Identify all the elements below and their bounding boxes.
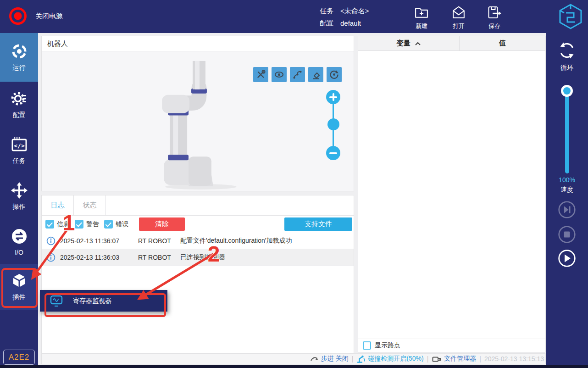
eraser-button[interactable] <box>308 67 323 82</box>
clear-button[interactable]: 清除 <box>139 217 185 231</box>
step-mode-status[interactable]: 步进 关闭 <box>310 355 349 363</box>
checkbox-info-label: 信息 <box>57 220 70 229</box>
save-icon <box>487 5 502 20</box>
tools-button[interactable] <box>253 67 268 82</box>
cube-icon <box>11 272 28 290</box>
show-waypoints-row: 显示路点 <box>358 339 545 352</box>
visibility-button[interactable] <box>272 67 287 82</box>
statusbar-separator <box>352 355 354 362</box>
zoom-slider-knob[interactable] <box>327 118 339 130</box>
save-task-button[interactable]: 保存 <box>481 5 508 30</box>
sidebar-item-io[interactable]: I/O <box>0 219 38 264</box>
statusbar-separator <box>427 355 429 362</box>
new-task-button[interactable]: 新建 <box>408 5 435 30</box>
checkbox-error[interactable] <box>104 220 113 229</box>
checkbox-warning[interactable] <box>75 220 83 229</box>
gear-icon <box>11 90 28 107</box>
file-manager-button[interactable]: 文件管理器 <box>432 354 476 363</box>
log-time: 2025-02-13 11:36:07 <box>60 237 138 245</box>
zoom-out-button[interactable] <box>326 146 340 160</box>
checkbox-error-label: 错误 <box>116 220 128 229</box>
plugin-menu-popup: 寄存器监视器 <box>40 290 167 312</box>
app-root: 关闭电源 任务 <未命名> 配置 default 新建 打开 <box>0 0 588 368</box>
reset-view-icon <box>329 69 339 80</box>
column-value[interactable]: 值 <box>460 36 545 50</box>
loop-icon <box>557 40 577 61</box>
statusbar-clock: 2025-02-13 13:15:13 <box>484 355 544 362</box>
config-label: 配置 <box>320 19 333 28</box>
power-icon <box>9 7 27 25</box>
checkbox-info[interactable] <box>45 220 54 229</box>
support-files-button[interactable]: 支持文件 <box>284 217 352 231</box>
eye-icon <box>274 69 284 80</box>
save-label: 保存 <box>488 22 500 30</box>
collision-detection-label: 碰撞检测开启(50%) <box>368 355 423 363</box>
task-label: 任务 <box>320 7 333 16</box>
speed-value: 100% <box>546 176 588 184</box>
new-label: 新建 <box>416 22 427 30</box>
task-value: <未命名> <box>340 7 369 16</box>
show-waypoints-label: 显示路点 <box>375 341 400 350</box>
config-value: default <box>340 19 361 27</box>
collision-detection-icon <box>356 354 366 363</box>
io-arrows-icon <box>11 228 28 245</box>
speed-slider-track[interactable] <box>565 91 569 173</box>
play-icon <box>558 249 576 268</box>
topbar: 关闭电源 任务 <未命名> 配置 default 新建 打开 <box>0 0 588 33</box>
path-icon <box>292 69 303 80</box>
sidebar-item-label: 插件 <box>13 293 26 301</box>
left-sidebar: 运行 配置 </> 任务 <box>0 33 38 368</box>
sort-caret-up-icon <box>415 41 421 46</box>
statusbar-separator <box>479 355 481 362</box>
run-icon <box>11 43 28 60</box>
log-panel: 日志 状态 信息 警告 错误 清除 支持文件 2025-0 <box>41 195 354 353</box>
move-arrows-icon <box>11 182 28 199</box>
step-forward-button[interactable] <box>558 201 576 219</box>
sidebar-item-run[interactable]: 运行 <box>0 33 38 82</box>
robot-panel: 机器人 <box>41 36 354 191</box>
main-area: 机器人 <box>38 33 546 368</box>
step-icon <box>310 355 319 362</box>
robot-3d-view[interactable] <box>42 51 354 191</box>
view-toolbar <box>253 67 342 82</box>
right-sidebar: 循环 100% 速度 <box>546 33 588 368</box>
log-filter-bar: 信息 警告 错误 清除 支持文件 <box>42 216 354 233</box>
reset-view-button[interactable] <box>327 67 342 82</box>
sidebar-item-label: 操作 <box>13 203 26 211</box>
file-manager-icon <box>432 354 442 363</box>
menu-item-register-monitor[interactable]: 寄存器监视器 <box>73 297 111 305</box>
open-task-button[interactable]: 打开 <box>445 5 472 30</box>
open-label: 打开 <box>453 22 465 30</box>
window-bottom-edge <box>0 365 588 368</box>
checkbox-warning-label: 警告 <box>86 220 99 229</box>
sidebar-item-config[interactable]: 配置 <box>0 82 38 128</box>
sidebar-item-operate[interactable]: 操作 <box>0 173 38 219</box>
info-icon <box>46 236 55 245</box>
code-window-icon: </> <box>11 136 28 153</box>
tab-status[interactable]: 状态 <box>74 195 106 215</box>
loop-button[interactable]: 循环 <box>546 40 588 72</box>
play-button[interactable] <box>558 249 576 268</box>
collision-detection-status[interactable]: 碰撞检测开启(50%) <box>356 354 423 363</box>
log-row[interactable]: 2025-02-13 11:36:03 RT ROBOT 已连接到控制器 <box>42 249 354 266</box>
stop-button[interactable] <box>558 225 576 244</box>
sidebar-item-label: 配置 <box>13 111 26 119</box>
file-manager-label: 文件管理器 <box>444 355 476 363</box>
power-label: 关闭电源 <box>35 12 63 21</box>
speed-slider-knob[interactable] <box>561 85 573 97</box>
sidebar-item-plugin[interactable]: 插件 <box>0 264 38 310</box>
log-message: 已连接到控制器 <box>180 253 225 262</box>
log-row[interactable]: 2025-02-13 11:36:07 RT ROBOT 配置文件'defaul… <box>42 233 354 249</box>
column-variable[interactable]: 变量 <box>358 36 460 50</box>
zoom-in-button[interactable] <box>326 90 340 104</box>
tab-log[interactable]: 日志 <box>42 195 74 215</box>
log-message: 配置文件'default.configuration'加载成功 <box>180 237 292 245</box>
info-icon <box>46 253 55 262</box>
power-button[interactable]: 关闭电源 <box>9 7 63 25</box>
show-waypoints-checkbox[interactable] <box>363 341 371 350</box>
sidebar-item-task[interactable]: </> 任务 <box>0 128 38 173</box>
column-value-label: 值 <box>499 39 506 48</box>
eraser-icon <box>311 69 321 80</box>
path-button[interactable] <box>290 67 305 82</box>
loop-label: 循环 <box>560 64 573 72</box>
